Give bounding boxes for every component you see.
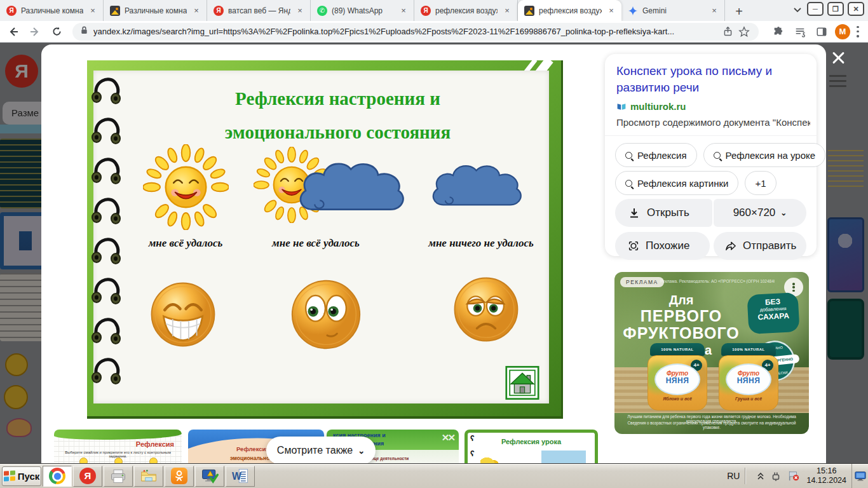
tab-3[interactable]: ватсап веб — Янде xyxy=(207,0,311,21)
happy-sun-image xyxy=(143,144,229,230)
media-controls-icon[interactable] xyxy=(792,24,808,40)
monitor-check-icon xyxy=(201,468,219,484)
back-icon[interactable] xyxy=(5,24,22,40)
tab-5[interactable]: рефлексия воздух xyxy=(414,0,518,21)
tab-close-icon[interactable] xyxy=(398,6,409,16)
query-chip-more[interactable]: +1 xyxy=(745,171,776,195)
ad-disclaimer: Сведения о возрастных ограничениях приме… xyxy=(620,421,804,430)
viewer-close-icon[interactable] xyxy=(831,50,846,65)
result-description: Просмотр содержимого документа "Конспек.… xyxy=(616,117,810,128)
size-select[interactable]: 960×720 ⌄ xyxy=(714,199,806,227)
background-thumbnail xyxy=(828,150,864,191)
advertisement[interactable]: РЕКЛАМА Реклама. Рекламодатель: АО «ПРОГ… xyxy=(614,272,809,434)
query-chip-3[interactable]: Рефлексия картинки xyxy=(615,171,738,195)
language-indicator[interactable]: RU xyxy=(727,471,740,481)
download-icon xyxy=(629,208,639,219)
taskbar-folder-button[interactable] xyxy=(134,466,163,487)
tab-7-gemini[interactable]: Gemini xyxy=(621,0,725,21)
send-button[interactable]: Отправить xyxy=(714,232,806,260)
open-label: Открыть xyxy=(647,207,689,219)
chip-label: Рефлексия на уроке xyxy=(726,150,816,161)
image-viewer-card: Рефлексия настроения и эмоционального со… xyxy=(41,44,826,463)
taskbar-yandex-button[interactable] xyxy=(73,466,102,487)
taskbar-system-check-button[interactable] xyxy=(195,466,224,487)
tab-6-active[interactable]: рефлексия воздух xyxy=(518,0,621,21)
minimize-button[interactable]: ─ xyxy=(807,2,824,16)
viewer-menu-icon[interactable] xyxy=(829,75,846,88)
tab-1[interactable]: Различные комнат xyxy=(0,0,104,21)
cloud-image xyxy=(429,159,526,212)
taskbar-chrome-button[interactable] xyxy=(43,466,72,487)
tab-4-whatsapp[interactable]: (89) WhatsApp xyxy=(311,0,414,21)
action-center-flag-icon[interactable] xyxy=(787,470,800,482)
slide-title: Рефлексия настроения и эмоционального со… xyxy=(132,82,544,149)
thumb-smiley xyxy=(79,458,88,463)
taskbar-word-button[interactable]: W xyxy=(226,466,255,487)
tab-close-icon[interactable] xyxy=(88,6,98,16)
size-label: 960×720 xyxy=(733,207,776,219)
home-button[interactable] xyxy=(505,365,539,400)
whatsapp-favicon-icon xyxy=(317,6,327,16)
taskbar-printer-button[interactable] xyxy=(104,466,133,487)
tab-close-icon[interactable] xyxy=(295,6,305,16)
tab-search-chevron-icon[interactable] xyxy=(793,5,804,17)
similar-button[interactable]: Похожие xyxy=(615,232,710,260)
tab-close-icon[interactable] xyxy=(709,6,719,16)
close-window-button[interactable]: ✕ xyxy=(848,2,864,16)
tab-close-icon[interactable] xyxy=(502,6,512,16)
url-text: yandex.kz/images/search?img_url=https%3A… xyxy=(93,27,719,36)
result-title-link[interactable]: Конспект урока по письму и развитию речи xyxy=(616,63,806,96)
caption-partly-succeeded: мне не всё удалось xyxy=(252,237,379,250)
chip-label: Рефлексия картинки xyxy=(637,178,728,189)
chevron-down-icon: ⌄ xyxy=(358,446,365,456)
show-desktop-button[interactable] xyxy=(851,464,868,488)
query-chip-1[interactable]: Рефлексия xyxy=(615,143,697,167)
bookmark-star-icon[interactable] xyxy=(736,24,752,40)
source-name: multiurok.ru xyxy=(630,101,686,112)
yandex-favicon-icon xyxy=(421,6,431,16)
window-controls: ─ ❐ ✕ xyxy=(807,2,864,16)
start-button[interactable]: Пуск xyxy=(2,466,41,486)
image-favicon-icon xyxy=(524,6,534,16)
related-thumbnail-1[interactable]: Рефлексия Выберите смайлик и прикрепите … xyxy=(54,430,182,463)
tab-2[interactable]: Различные комнат xyxy=(104,0,207,21)
sidebar-icon[interactable] xyxy=(813,24,830,40)
product-jar-apple: 100% NATURAL 4+ ФрутоНЯНЯ Яблоко и всё xyxy=(648,343,707,410)
tab-title: Различные комнат xyxy=(125,6,187,15)
search-icon xyxy=(625,152,632,159)
query-chip-2[interactable]: Рефлексия на уроке xyxy=(703,143,826,167)
taskbar-odnoklassniki-button[interactable] xyxy=(165,466,194,487)
forward-icon[interactable] xyxy=(27,24,43,40)
background-smiley xyxy=(5,353,28,376)
thumb-smiley xyxy=(149,458,158,463)
new-tab-button[interactable]: + xyxy=(730,3,748,21)
source-link[interactable]: multiurok.ru xyxy=(616,101,686,112)
profile-avatar[interactable]: M xyxy=(835,24,850,39)
clock[interactable]: 15:16 14.12.2024 xyxy=(806,466,846,485)
extensions-puzzle-icon[interactable] xyxy=(770,24,787,40)
address-bar[interactable]: yandex.kz/images/search?img_url=https%3A… xyxy=(72,23,759,41)
tab-close-icon[interactable] xyxy=(606,6,616,16)
see-also-button[interactable]: Смотрите также ⌄ xyxy=(266,437,376,463)
printer-icon xyxy=(109,468,127,484)
search-icon xyxy=(625,180,632,187)
restore-button[interactable]: ❐ xyxy=(827,2,844,16)
open-button[interactable]: Открыть xyxy=(615,199,712,227)
reload-icon[interactable] xyxy=(48,24,65,40)
lock-icon xyxy=(80,25,88,37)
thumb-decor: ✕✕ xyxy=(442,432,454,444)
browser-menu-icon[interactable] xyxy=(857,26,859,37)
power-plug-icon[interactable] xyxy=(770,470,782,482)
thumb-ring: ʕ xyxy=(470,449,475,458)
svg-text:W: W xyxy=(232,471,241,482)
share-icon[interactable] xyxy=(719,24,736,40)
book-icon xyxy=(616,102,627,111)
folder-icon xyxy=(140,468,158,484)
tab-close-icon[interactable] xyxy=(191,6,201,16)
main-image[interactable]: Рефлексия настроения и эмоционального со… xyxy=(87,60,563,419)
background-smiley xyxy=(6,418,32,437)
related-thumbnail-4[interactable]: ʕ ʕ Рефлексия урока xyxy=(465,430,598,463)
sad-smiley-image xyxy=(452,275,520,344)
product-jar-pear: 100% NATURAL 4+ ФрутоНЯНЯ Груша и всё xyxy=(719,343,778,410)
hidden-icons-chevron[interactable] xyxy=(757,471,764,480)
